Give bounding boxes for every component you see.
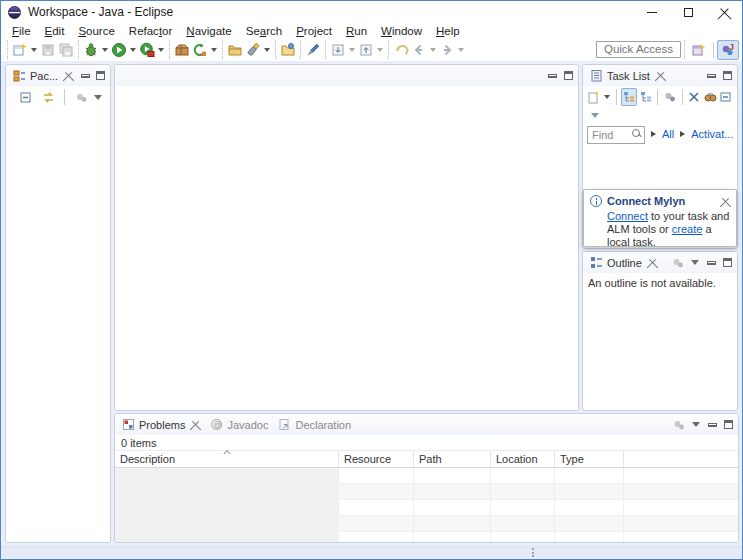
panel-maximize-button[interactable]	[719, 69, 735, 83]
menu-navigate[interactable]: Navigate	[179, 25, 238, 37]
menu-help[interactable]: Help	[429, 25, 467, 37]
menu-file[interactable]: File	[5, 25, 38, 37]
sort-button-disabled[interactable]	[669, 254, 687, 272]
next-annotation-button[interactable]	[329, 41, 347, 59]
tab-close-icon[interactable]	[191, 420, 200, 429]
collapse-all-button[interactable]	[17, 88, 35, 106]
java-perspective-button[interactable]: J	[717, 40, 739, 60]
toolbar-overflow-chevron[interactable]	[591, 113, 599, 118]
table-row	[115, 532, 738, 543]
tab-close-icon[interactable]	[64, 71, 73, 80]
column-description[interactable]: Description	[115, 451, 339, 467]
window-minimize-button[interactable]	[634, 1, 670, 23]
open-resource-button[interactable]	[226, 41, 244, 59]
tab-declaration[interactable]: Declaration	[273, 414, 356, 435]
tab-javadoc[interactable]: @ Javadoc	[205, 414, 273, 435]
tab-problems[interactable]: Problems	[117, 414, 205, 435]
menu-edit[interactable]: Edit	[38, 25, 72, 37]
column-type[interactable]: Type	[555, 451, 624, 467]
new-java-project-button[interactable]	[173, 41, 191, 59]
toolbar-drag-handle[interactable]	[7, 40, 8, 59]
editor-minimize-button[interactable]	[544, 69, 560, 83]
window-close-button[interactable]	[706, 1, 742, 23]
forward-button[interactable]	[438, 41, 456, 59]
debug-button[interactable]	[82, 41, 100, 59]
activate-link[interactable]: Activat...	[691, 128, 733, 140]
tab-close-icon[interactable]	[656, 71, 665, 80]
problems-panel: Problems @ Javadoc Declaration 0 items	[114, 413, 739, 543]
panel-minimize-button[interactable]	[704, 418, 720, 432]
new-web-project-button[interactable]	[191, 41, 209, 59]
panel-minimize-button[interactable]	[78, 69, 93, 83]
categorized-presentation-button[interactable]	[621, 88, 637, 106]
panel-minimize-button[interactable]	[703, 256, 719, 270]
view-menu-button[interactable]	[687, 256, 703, 270]
focus-workweek-button[interactable]	[703, 88, 718, 106]
back-dropdown-caret[interactable]	[430, 48, 436, 52]
forward-dropdown-caret[interactable]	[458, 48, 464, 52]
menu-window[interactable]: Window	[374, 25, 429, 37]
save-button[interactable]	[39, 41, 57, 59]
hide-completed-button[interactable]	[687, 88, 702, 106]
activate-expand-icon[interactable]	[680, 131, 685, 137]
connect-link[interactable]: Connect	[607, 210, 648, 222]
last-edit-location-button[interactable]	[392, 41, 410, 59]
new-web-project-dropdown-caret[interactable]	[211, 48, 217, 52]
status-drag-handle[interactable]	[532, 548, 534, 560]
search-flashlight-button[interactable]	[244, 41, 262, 59]
toolbar-separator	[616, 89, 617, 105]
debug-dropdown-caret[interactable]	[102, 48, 108, 52]
tab-package-explorer[interactable]: Pac...	[8, 65, 78, 86]
new-wizard-dropdown-caret[interactable]	[31, 48, 37, 52]
tab-label: Declaration	[295, 419, 351, 431]
panel-maximize-button[interactable]	[720, 418, 736, 432]
presentation-button-disabled[interactable]	[662, 88, 677, 106]
new-task-button[interactable]	[586, 88, 601, 106]
link-with-editor-button[interactable]	[39, 88, 57, 106]
all-link[interactable]: All	[662, 128, 674, 140]
open-perspective-button[interactable]	[688, 40, 710, 60]
tab-outline[interactable]: Outline	[585, 252, 662, 273]
panel-maximize-button[interactable]	[93, 69, 108, 83]
column-path[interactable]: Path	[414, 451, 491, 467]
menu-source[interactable]: Source	[71, 25, 121, 37]
window-maximize-button[interactable]	[670, 1, 706, 23]
new-task-dropdown-caret[interactable]	[604, 95, 610, 99]
menu-project[interactable]: Project	[289, 25, 339, 37]
run-dropdown-caret[interactable]	[130, 48, 136, 52]
open-type-button[interactable]	[279, 41, 297, 59]
all-expand-icon[interactable]	[651, 131, 656, 137]
previous-annotation-button[interactable]	[357, 41, 375, 59]
menu-run[interactable]: Run	[339, 25, 374, 37]
next-annotation-dropdown-caret[interactable]	[349, 48, 355, 52]
filter-button-disabled[interactable]	[670, 416, 688, 434]
run-button[interactable]	[110, 41, 128, 59]
editor-maximize-button[interactable]	[560, 69, 576, 83]
column-location[interactable]: Location	[491, 451, 555, 467]
focus-button-disabled[interactable]	[72, 88, 90, 106]
menu-refactor[interactable]: Refactor	[122, 25, 179, 37]
column-resource[interactable]: Resource	[339, 451, 414, 467]
panel-maximize-button[interactable]	[719, 256, 735, 270]
back-button[interactable]	[410, 41, 428, 59]
package-explorer-panel: Pac...	[5, 64, 111, 543]
collapse-all-button[interactable]	[719, 88, 734, 106]
save-all-button[interactable]	[57, 41, 75, 59]
new-wizard-button[interactable]	[11, 41, 29, 59]
menu-search[interactable]: Search	[239, 25, 289, 37]
quick-access-field[interactable]: Quick Access	[596, 41, 681, 58]
toolbar-separator	[275, 40, 276, 59]
search-dropdown-caret[interactable]	[264, 48, 270, 52]
panel-minimize-button[interactable]	[703, 69, 719, 83]
view-menu-icon[interactable]	[94, 95, 102, 100]
view-menu-button[interactable]	[688, 418, 704, 432]
coverage-dropdown-caret[interactable]	[158, 48, 164, 52]
scheduled-presentation-button[interactable]	[638, 88, 653, 106]
mark-occurrences-button[interactable]	[304, 41, 322, 59]
tab-task-list[interactable]: Task List	[585, 65, 670, 86]
tab-close-icon[interactable]	[648, 258, 657, 267]
coverage-button[interactable]	[138, 41, 156, 59]
popup-close-icon[interactable]	[721, 197, 730, 206]
previous-annotation-dropdown-caret[interactable]	[377, 48, 383, 52]
create-link[interactable]: create	[672, 223, 703, 235]
